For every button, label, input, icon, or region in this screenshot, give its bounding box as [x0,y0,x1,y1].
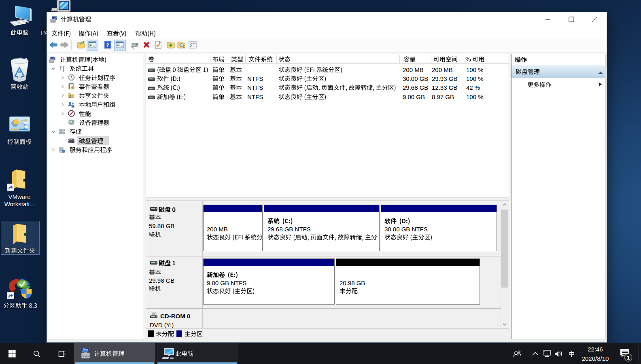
svg-text:1: 1 [627,355,630,361]
svg-text:?: ? [106,42,109,48]
